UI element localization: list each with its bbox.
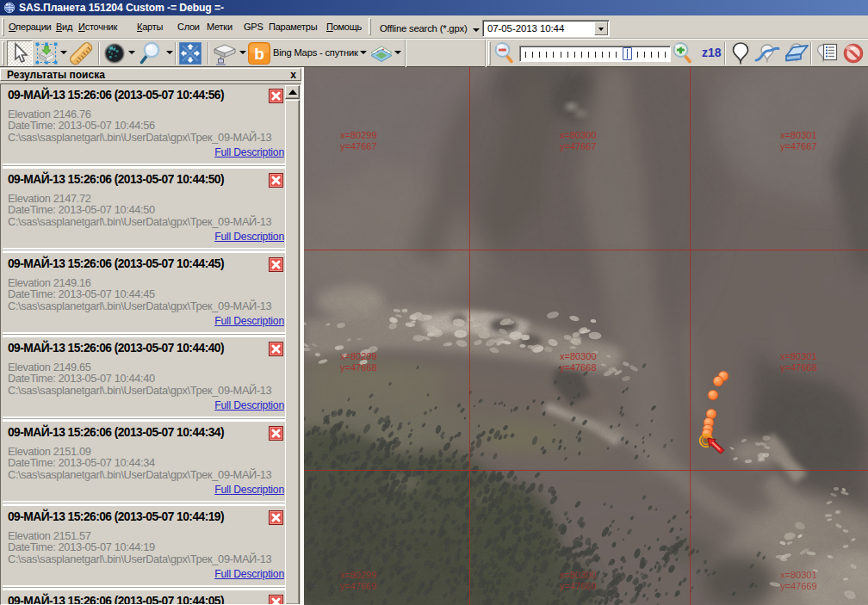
svg-text:x=80300: x=80300 [560, 570, 597, 580]
svg-text:y=47669: y=47669 [340, 581, 377, 591]
svg-text:y=47667: y=47667 [340, 141, 377, 151]
svg-text:b: b [254, 45, 264, 63]
svg-text:y=47668: y=47668 [340, 362, 377, 373]
svg-text:x=80299: x=80299 [340, 570, 377, 580]
svg-text:x=80301: x=80301 [780, 130, 817, 140]
svg-text:y=47669: y=47669 [560, 581, 597, 591]
svg-text:y=47667: y=47667 [780, 141, 817, 151]
svg-text:y=47669: y=47669 [780, 581, 817, 591]
svg-text:y=47667: y=47667 [560, 141, 597, 151]
svg-text:x=80301: x=80301 [780, 570, 817, 580]
svg-text:x=80300: x=80300 [560, 351, 597, 361]
svg-text:x=80299: x=80299 [340, 351, 377, 361]
svg-text:y=47668: y=47668 [780, 362, 817, 373]
svg-text:y=47668: y=47668 [560, 362, 597, 373]
svg-text:x=80301: x=80301 [780, 351, 817, 361]
svg-text:x=80300: x=80300 [560, 130, 597, 140]
svg-text:x=80299: x=80299 [340, 130, 377, 140]
